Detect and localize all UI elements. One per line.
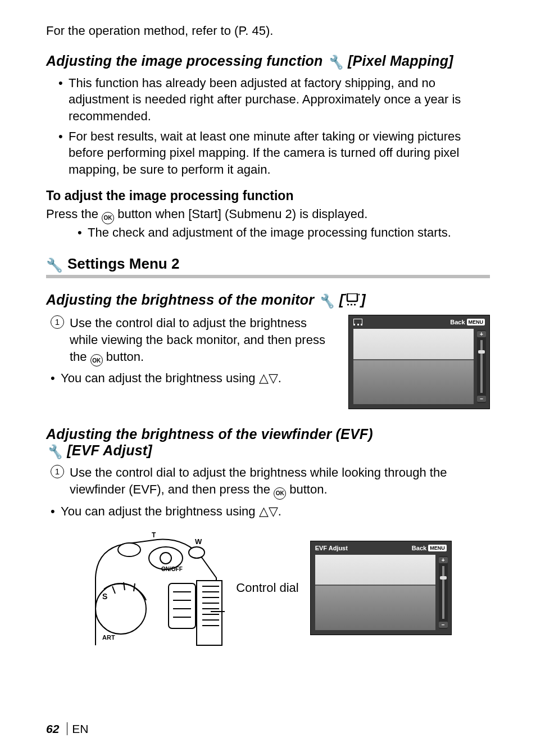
back-label: Back bbox=[412, 545, 426, 551]
note-item: You can adjust the brightness using . bbox=[51, 503, 490, 520]
bullet-item: For best results, wait at least one minu… bbox=[58, 128, 490, 178]
wrench-icon: 🔧 bbox=[318, 293, 335, 309]
text: . bbox=[278, 504, 281, 518]
svg-rect-2 bbox=[347, 293, 357, 301]
onoff-label: ON/OFF bbox=[161, 566, 183, 572]
text: Adjusting the brightness of the monitor bbox=[46, 292, 318, 307]
text: [EVF Adjust] bbox=[63, 442, 152, 458]
svg-point-19 bbox=[160, 553, 171, 564]
step-number-icon: 1 bbox=[51, 315, 64, 329]
monitor-icon bbox=[344, 293, 361, 309]
up-triangle-icon bbox=[259, 504, 269, 518]
adjust-subheading: To adjust the image processing function bbox=[46, 188, 490, 203]
monitor-steps: 1 Use the control dial to adjust the bri… bbox=[46, 315, 335, 366]
svg-point-21 bbox=[96, 583, 146, 634]
heading-text-pre: Adjusting the image processing function bbox=[46, 53, 327, 69]
ok-icon: OK bbox=[90, 354, 103, 366]
text: Use the control dial to adjust the brigh… bbox=[70, 465, 447, 496]
ok-icon: OK bbox=[102, 212, 114, 224]
text: Press the bbox=[46, 207, 102, 221]
preview-photo bbox=[315, 555, 435, 630]
preview-photo bbox=[353, 329, 474, 404]
text: Adjusting the brightness of the viewfind… bbox=[46, 426, 373, 442]
step-item: 1 Use the control dial to adjust the bri… bbox=[51, 315, 335, 366]
back-label: Back bbox=[450, 319, 465, 325]
down-triangle-icon bbox=[269, 504, 278, 518]
step-item: 1 Use the control dial to adjust the bri… bbox=[51, 464, 490, 499]
menu-badge: MENU bbox=[428, 545, 447, 551]
minus-icon: – bbox=[477, 396, 486, 402]
ok-icon: OK bbox=[274, 487, 286, 500]
language-code: EN bbox=[72, 722, 88, 735]
wrench-icon: 🔧 bbox=[46, 444, 63, 460]
dial-s-label: S bbox=[102, 592, 107, 601]
intro-text: For the operation method, refer to (P. 4… bbox=[46, 22, 490, 39]
text: . bbox=[278, 371, 281, 385]
minus-icon: – bbox=[439, 622, 448, 628]
menu-badge: MENU bbox=[467, 319, 485, 325]
text: button when [Start] (Submenu 2) is displ… bbox=[114, 207, 367, 221]
monitor-brightness-screenshot: Back MENU + – bbox=[348, 315, 490, 409]
brightness-slider: + – bbox=[477, 330, 486, 403]
dial-art-label: ART bbox=[102, 634, 115, 641]
page-footer: 62 EN bbox=[46, 722, 88, 736]
plus-icon: + bbox=[477, 331, 486, 337]
pixel-mapping-heading: Adjusting the image processing function … bbox=[46, 53, 490, 69]
camera-diagram: W T ON/OFF S ART bbox=[84, 527, 225, 648]
heading-text-post: [Pixel Mapping] bbox=[344, 53, 453, 69]
settings-menu-bar: 🔧 Settings Menu 2 bbox=[46, 255, 490, 278]
evf-title-label: EVF Adjust bbox=[315, 545, 348, 551]
text: You can adjust the brightness using bbox=[61, 371, 259, 385]
text: button. bbox=[103, 350, 144, 364]
zoom-t-label: T bbox=[152, 531, 156, 539]
wrench-icon: 🔧 bbox=[46, 257, 63, 273]
svg-rect-4 bbox=[197, 581, 222, 645]
svg-point-20 bbox=[118, 543, 140, 556]
step-number-icon: 1 bbox=[51, 465, 64, 478]
svg-rect-13 bbox=[169, 583, 196, 628]
text: button. bbox=[286, 482, 327, 496]
plus-icon: + bbox=[439, 557, 448, 563]
control-dial-label: Control dial bbox=[236, 581, 298, 595]
press-instruction: Press the OK button when [Start] (Submen… bbox=[46, 206, 490, 224]
monitor-brightness-heading: Adjusting the brightness of the monitor … bbox=[46, 292, 490, 309]
zoom-w-label: W bbox=[195, 537, 202, 546]
bullet-item: The check and adjustment of the image pr… bbox=[78, 224, 490, 241]
evf-brightness-heading: Adjusting the brightness of the viewfind… bbox=[46, 426, 490, 459]
page-number: 62 bbox=[46, 722, 59, 735]
wrench-icon: 🔧 bbox=[327, 55, 344, 70]
brightness-slider: + – bbox=[439, 556, 448, 629]
evf-brightness-screenshot: EVF Adjust Back MENU + – bbox=[310, 541, 452, 635]
down-triangle-icon bbox=[269, 371, 278, 385]
note-item: You can adjust the brightness using . bbox=[51, 370, 335, 387]
svg-point-25 bbox=[189, 547, 205, 558]
up-triangle-icon bbox=[259, 371, 269, 385]
text: ] bbox=[361, 292, 366, 307]
bullet-item: This function has already been adjusted … bbox=[58, 75, 490, 125]
check-bullet-list: The check and adjustment of the image pr… bbox=[46, 224, 490, 241]
menu-bar-label: Settings Menu 2 bbox=[67, 255, 179, 273]
evf-steps: 1 Use the control dial to adjust the bri… bbox=[46, 464, 490, 499]
text: [ bbox=[335, 292, 344, 307]
pixel-mapping-bullets: This function has already been adjusted … bbox=[46, 75, 490, 178]
text: You can adjust the brightness using bbox=[61, 504, 259, 518]
monitor-icon bbox=[353, 319, 362, 325]
